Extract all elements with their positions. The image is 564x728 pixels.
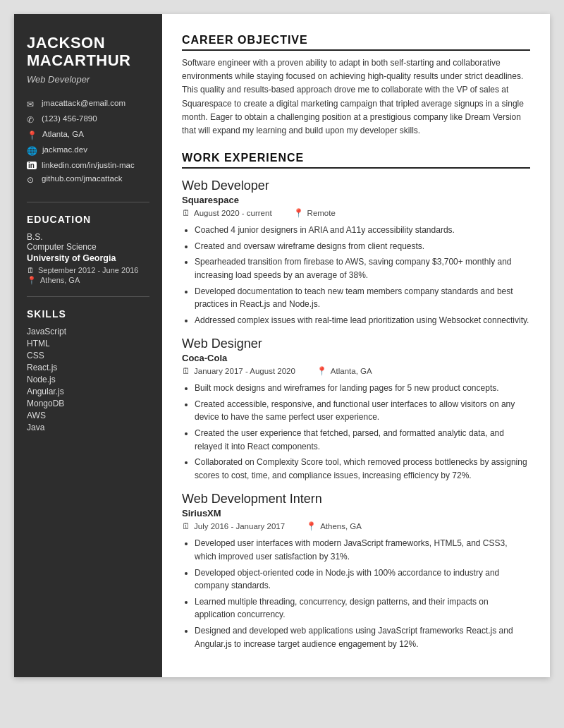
skill-item: MongoDB <box>27 399 149 408</box>
work-experience-section: WORK EXPERIENCE Web Developer Squarespac… <box>182 152 530 650</box>
job-3-title: Web Development Intern <box>182 492 530 506</box>
sidebar: JACKSON MACARTHUR Web Developer ✉ jmacat… <box>14 14 162 677</box>
job-2-dates: 🗓 January 2017 - August 2020 <box>182 366 295 376</box>
bullet-item: Created accessible, responsive, and func… <box>195 398 530 424</box>
bullet-item: Spearheaded transition from firebase to … <box>195 255 530 281</box>
calendar-icon: 🗓 <box>182 208 190 218</box>
skill-item: React.js <box>27 363 149 372</box>
bullet-item: Collaborated on Complexity Score tool, w… <box>195 456 530 482</box>
job-1-location: 📍 Remote <box>293 208 336 218</box>
career-objective-section: CAREER OBJECTIVE Software engineer with … <box>182 34 530 138</box>
contact-linkedin: in linkedin.com/in/justin-mac <box>27 161 149 169</box>
edu-school: University of Georgia <box>27 253 149 263</box>
bullet-item: Built mock designs and wireframes for la… <box>195 382 530 395</box>
edu-location-icon: 📍 <box>27 276 37 285</box>
location-icon: 📍 <box>293 208 304 218</box>
website-icon: 🌐 <box>27 146 37 156</box>
edu-degree: B.S. <box>27 232 149 242</box>
edu-location: 📍 Athens, GA <box>27 276 149 285</box>
career-objective-text: Software engineer with a proven ability … <box>182 56 530 138</box>
location-icon: 📍 <box>317 366 327 376</box>
bullet-item: Coached 4 junior designers in ARIA and A… <box>195 224 530 237</box>
resume-container: JACKSON MACARTHUR Web Developer ✉ jmacat… <box>14 14 550 677</box>
skills-section-title: SKILLS <box>27 308 149 320</box>
sidebar-divider-2 <box>27 296 149 297</box>
bullet-item: Developed object-oriented code in Node.j… <box>195 566 530 593</box>
calendar-icon: 🗓 <box>27 266 35 274</box>
bullet-item: Developed user interfaces with modern Ja… <box>195 537 530 563</box>
github-icon: ⊙ <box>27 175 37 185</box>
email-icon: ✉ <box>27 99 37 109</box>
location-icon: 📍 <box>27 131 37 140</box>
bullet-item: Addressed complex issues with real-time … <box>195 314 530 327</box>
job-2: Web Designer Coca-Cola 🗓 January 2017 - … <box>182 336 530 482</box>
contact-phone: ✆ (123) 456-7890 <box>27 114 149 125</box>
skill-item: HTML <box>27 339 149 348</box>
job-1-dates: 🗓 August 2020 - current <box>182 208 272 218</box>
job-3-meta: 🗓 July 2016 - January 2017 📍 Athens, GA <box>182 521 530 531</box>
job-1-bullets: Coached 4 junior designers in ARIA and A… <box>182 224 530 327</box>
candidate-title: Web Developer <box>27 74 149 85</box>
calendar-icon: 🗓 <box>182 521 190 531</box>
job-2-location: 📍 Atlanta, GA <box>317 366 372 376</box>
bullet-item: Created and oversaw wireframe designs fr… <box>195 240 530 253</box>
contact-github: ⊙ github.com/jmacattack <box>27 174 149 185</box>
job-1-meta: 🗓 August 2020 - current 📍 Remote <box>182 208 530 218</box>
bullet-item: Created the user experience that fetched… <box>195 427 530 453</box>
calendar-icon: 🗓 <box>182 366 190 376</box>
job-3-bullets: Developed user interfaces with modern Ja… <box>182 537 530 650</box>
candidate-name: JACKSON MACARTHUR <box>27 34 149 70</box>
job-2-title: Web Designer <box>182 336 530 351</box>
phone-icon: ✆ <box>27 115 37 125</box>
contact-list: ✉ jmacattack@email.com ✆ (123) 456-7890 … <box>27 99 149 185</box>
skill-item: Java <box>27 423 149 432</box>
job-1-company: Squarespace <box>182 195 530 205</box>
job-1: Web Developer Squarespace 🗓 August 2020 … <box>182 178 530 327</box>
sidebar-divider-1 <box>27 202 149 202</box>
career-objective-title: CAREER OBJECTIVE <box>182 34 530 51</box>
job-3-company: SiriusXM <box>182 508 530 518</box>
work-experience-title: WORK EXPERIENCE <box>182 152 530 169</box>
skill-item: Angular.js <box>27 387 149 396</box>
skills-list: JavaScript HTML CSS React.js Node.js Ang… <box>27 327 149 432</box>
job-1-title: Web Developer <box>182 178 530 193</box>
skill-item: Node.js <box>27 375 149 384</box>
skill-item: CSS <box>27 351 149 360</box>
job-3: Web Development Intern SiriusXM 🗓 July 2… <box>182 492 530 650</box>
job-3-location: 📍 Athens, GA <box>306 521 362 531</box>
linkedin-icon: in <box>27 162 37 169</box>
edu-field: Computer Science <box>27 242 149 252</box>
bullet-item: Developed documentation to teach new tea… <box>195 285 530 311</box>
skill-item: AWS <box>27 411 149 420</box>
job-3-dates: 🗓 July 2016 - January 2017 <box>182 521 285 531</box>
contact-location: 📍 Atlanta, GA <box>27 130 149 140</box>
contact-website: 🌐 jackmac.dev <box>27 145 149 156</box>
job-2-company: Coca-Cola <box>182 353 530 363</box>
location-icon: 📍 <box>306 521 317 531</box>
contact-email: ✉ jmacattack@email.com <box>27 99 149 109</box>
skill-item: JavaScript <box>27 327 149 336</box>
job-2-bullets: Built mock designs and wireframes for la… <box>182 382 530 482</box>
main-content: CAREER OBJECTIVE Software engineer with … <box>162 14 550 677</box>
edu-dates: 🗓 September 2012 - June 2016 <box>27 266 149 274</box>
bullet-item: Designed and developed web applications … <box>195 624 530 650</box>
bullet-item: Learned multiple threading, concurrency,… <box>195 595 530 621</box>
education-section-title: EDUCATION <box>27 214 149 225</box>
job-2-meta: 🗓 January 2017 - August 2020 📍 Atlanta, … <box>182 366 530 376</box>
